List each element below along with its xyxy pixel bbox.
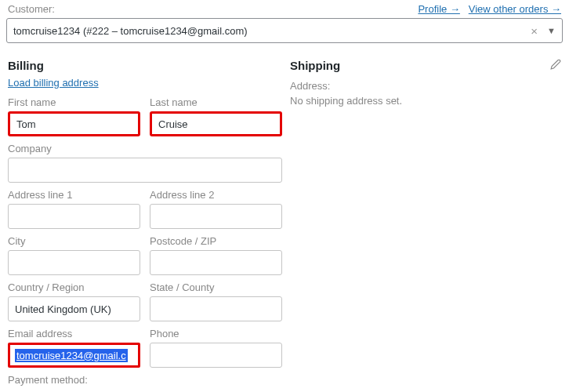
email-input[interactable]: tomcruise1234@gmail.c <box>8 343 140 368</box>
state-input[interactable] <box>150 296 282 321</box>
email-value-selected: tomcruise1234@gmail.c <box>15 349 128 362</box>
load-billing-address-link[interactable]: Load billing address <box>8 77 99 89</box>
customer-select-value: tomcruise1234 (#222 – tomcruise1234@gmai… <box>13 25 526 37</box>
first-name-input[interactable] <box>8 111 140 136</box>
company-input[interactable] <box>8 158 282 183</box>
state-label: State / County <box>150 281 282 293</box>
company-label: Company <box>8 143 282 154</box>
address2-input[interactable] <box>150 204 282 229</box>
billing-title: Billing <box>8 59 282 72</box>
address2-label: Address line 2 <box>150 189 282 201</box>
city-label: City <box>8 235 140 247</box>
view-other-orders-link[interactable]: View other orders → <box>469 3 561 15</box>
address1-input[interactable] <box>8 204 140 229</box>
billing-column: Billing Load billing address First name … <box>8 53 290 386</box>
shipping-address-label: Address: <box>290 80 561 92</box>
profile-link[interactable]: Profile → <box>418 3 459 15</box>
shipping-title: Shipping <box>290 59 561 72</box>
last-name-label: Last name <box>150 96 282 108</box>
email-label: Email address <box>8 328 140 339</box>
first-name-label: First name <box>8 96 140 108</box>
payment-method-label: Payment method: <box>8 374 282 386</box>
last-name-input[interactable] <box>150 111 282 136</box>
customer-select[interactable]: tomcruise1234 (#222 – tomcruise1234@gmai… <box>6 18 563 43</box>
customer-label: Customer: <box>8 3 55 15</box>
phone-label: Phone <box>150 328 282 339</box>
country-select[interactable]: United Kingdom (UK) <box>8 296 140 321</box>
postcode-input[interactable] <box>150 250 282 275</box>
clear-customer-icon[interactable]: × <box>526 24 542 38</box>
country-label: Country / Region <box>8 281 140 293</box>
edit-shipping-icon[interactable] <box>550 59 561 72</box>
city-input[interactable] <box>8 250 140 275</box>
phone-input[interactable] <box>150 343 282 368</box>
shipping-column: Shipping Address: No shipping address se… <box>290 53 561 386</box>
postcode-label: Postcode / ZIP <box>150 235 282 247</box>
address1-label: Address line 1 <box>8 189 140 201</box>
shipping-none-text: No shipping address set. <box>290 95 561 107</box>
chevron-down-icon[interactable]: ▼ <box>542 26 556 35</box>
